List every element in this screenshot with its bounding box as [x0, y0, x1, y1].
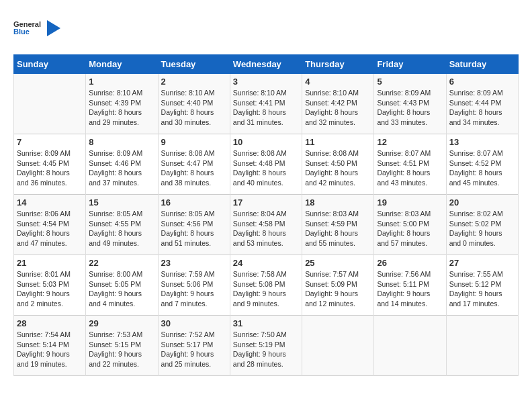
- header-day-monday: Monday: [86, 55, 158, 74]
- day-number: 18: [305, 197, 371, 208]
- cell-info: Sunrise: 7:54 AMSunset: 5:14 PMDaylight:…: [17, 330, 83, 369]
- cell-info: Sunrise: 7:52 AMSunset: 5:17 PMDaylight:…: [161, 330, 227, 369]
- page-header: General Blue: [13, 13, 519, 44]
- day-number: 22: [89, 258, 154, 268]
- calendar-cell: 17Sunrise: 8:04 AMSunset: 4:58 PMDayligh…: [230, 195, 302, 255]
- header-day-tuesday: Tuesday: [158, 55, 230, 74]
- cell-info: Sunrise: 8:05 AMSunset: 4:55 PMDaylight:…: [89, 209, 154, 248]
- day-number: 3: [233, 77, 299, 87]
- header-day-sunday: Sunday: [14, 55, 86, 74]
- cell-info: Sunrise: 8:07 AMSunset: 4:51 PMDaylight:…: [377, 148, 443, 188]
- calendar-cell: 27Sunrise: 7:55 AMSunset: 5:12 PMDayligh…: [446, 255, 518, 316]
- day-number: 19: [377, 197, 443, 208]
- cell-info: Sunrise: 8:09 AMSunset: 4:44 PMDaylight:…: [449, 88, 515, 128]
- cell-info: Sunrise: 8:09 AMSunset: 4:45 PMDaylight:…: [17, 148, 83, 188]
- calendar-cell: 16Sunrise: 8:05 AMSunset: 4:56 PMDayligh…: [158, 195, 230, 255]
- calendar-cell: 2Sunrise: 8:10 AMSunset: 4:40 PMDaylight…: [158, 74, 230, 134]
- cell-info: Sunrise: 8:03 AMSunset: 5:00 PMDaylight:…: [377, 209, 443, 248]
- day-number: 15: [89, 197, 154, 208]
- calendar-cell: 9Sunrise: 8:08 AMSunset: 4:47 PMDaylight…: [158, 134, 230, 195]
- day-number: 26: [377, 258, 443, 268]
- day-number: 13: [449, 137, 515, 147]
- cell-info: Sunrise: 7:50 AMSunset: 5:19 PMDaylight:…: [233, 330, 299, 369]
- day-number: 11: [305, 137, 371, 147]
- cell-info: Sunrise: 8:10 AMSunset: 4:39 PMDaylight:…: [89, 88, 154, 128]
- header-day-thursday: Thursday: [302, 55, 374, 74]
- calendar-cell: [374, 316, 446, 376]
- cell-info: Sunrise: 8:08 AMSunset: 4:48 PMDaylight:…: [233, 148, 299, 188]
- day-number: 12: [377, 137, 443, 147]
- calendar-cell: 4Sunrise: 8:10 AMSunset: 4:42 PMDaylight…: [302, 74, 374, 134]
- cell-info: Sunrise: 8:08 AMSunset: 4:50 PMDaylight:…: [305, 148, 371, 188]
- calendar-cell: [302, 316, 374, 376]
- calendar-cell: 22Sunrise: 8:00 AMSunset: 5:05 PMDayligh…: [86, 255, 158, 316]
- calendar-cell: 5Sunrise: 8:09 AMSunset: 4:43 PMDaylight…: [374, 74, 446, 134]
- calendar-cell: 13Sunrise: 8:07 AMSunset: 4:52 PMDayligh…: [446, 134, 518, 195]
- cell-info: Sunrise: 8:09 AMSunset: 4:46 PMDaylight:…: [89, 148, 154, 188]
- calendar-cell: 26Sunrise: 7:56 AMSunset: 5:11 PMDayligh…: [374, 255, 446, 316]
- calendar-cell: 11Sunrise: 8:08 AMSunset: 4:50 PMDayligh…: [302, 134, 374, 195]
- calendar-cell: [14, 74, 86, 134]
- day-number: 30: [161, 318, 227, 328]
- day-number: 29: [89, 318, 154, 328]
- cell-info: Sunrise: 8:09 AMSunset: 4:43 PMDaylight:…: [377, 88, 443, 128]
- svg-text:Blue: Blue: [13, 28, 30, 36]
- calendar-cell: 20Sunrise: 8:02 AMSunset: 5:02 PMDayligh…: [446, 195, 518, 255]
- calendar-cell: 18Sunrise: 8:03 AMSunset: 4:59 PMDayligh…: [302, 195, 374, 255]
- day-number: 20: [449, 197, 515, 208]
- calendar-cell: 28Sunrise: 7:54 AMSunset: 5:14 PMDayligh…: [14, 316, 86, 376]
- day-number: 2: [161, 77, 227, 87]
- svg-text:General: General: [13, 20, 41, 28]
- calendar-cell: [446, 316, 518, 376]
- calendar-cell: 21Sunrise: 8:01 AMSunset: 5:03 PMDayligh…: [14, 255, 86, 316]
- day-number: 31: [233, 318, 299, 328]
- header-day-wednesday: Wednesday: [230, 55, 302, 74]
- day-number: 6: [449, 77, 515, 87]
- calendar-week-row: 21Sunrise: 8:01 AMSunset: 5:03 PMDayligh…: [14, 255, 519, 316]
- day-number: 16: [161, 197, 227, 208]
- logo-svg: General Blue: [13, 13, 47, 44]
- cell-info: Sunrise: 8:07 AMSunset: 4:52 PMDaylight:…: [449, 148, 515, 188]
- day-number: 28: [17, 318, 83, 328]
- cell-info: Sunrise: 8:10 AMSunset: 4:40 PMDaylight:…: [161, 88, 227, 128]
- day-number: 17: [233, 197, 299, 208]
- cell-info: Sunrise: 8:10 AMSunset: 4:41 PMDaylight:…: [233, 88, 299, 128]
- calendar-week-row: 7Sunrise: 8:09 AMSunset: 4:45 PMDaylight…: [14, 134, 519, 195]
- calendar-cell: 12Sunrise: 8:07 AMSunset: 4:51 PMDayligh…: [374, 134, 446, 195]
- calendar-week-row: 1Sunrise: 8:10 AMSunset: 4:39 PMDaylight…: [14, 74, 519, 134]
- cell-info: Sunrise: 8:04 AMSunset: 4:58 PMDaylight:…: [233, 209, 299, 248]
- day-number: 10: [233, 137, 299, 147]
- day-number: 14: [17, 197, 83, 208]
- day-number: 4: [305, 77, 371, 87]
- logo: General Blue: [13, 13, 60, 44]
- cell-info: Sunrise: 8:10 AMSunset: 4:42 PMDaylight:…: [305, 88, 371, 128]
- calendar-cell: 8Sunrise: 8:09 AMSunset: 4:46 PMDaylight…: [86, 134, 158, 195]
- cell-info: Sunrise: 8:02 AMSunset: 5:02 PMDaylight:…: [449, 209, 515, 248]
- calendar-week-row: 28Sunrise: 7:54 AMSunset: 5:14 PMDayligh…: [14, 316, 519, 376]
- calendar-cell: 31Sunrise: 7:50 AMSunset: 5:19 PMDayligh…: [230, 316, 302, 376]
- cell-info: Sunrise: 7:55 AMSunset: 5:12 PMDaylight:…: [449, 269, 515, 309]
- cell-info: Sunrise: 8:05 AMSunset: 4:56 PMDaylight:…: [161, 209, 227, 248]
- cell-info: Sunrise: 7:57 AMSunset: 5:09 PMDaylight:…: [305, 269, 371, 309]
- calendar-cell: 24Sunrise: 7:58 AMSunset: 5:08 PMDayligh…: [230, 255, 302, 316]
- calendar-cell: 6Sunrise: 8:09 AMSunset: 4:44 PMDaylight…: [446, 74, 518, 134]
- calendar-cell: 30Sunrise: 7:52 AMSunset: 5:17 PMDayligh…: [158, 316, 230, 376]
- day-number: 21: [17, 258, 83, 268]
- calendar-week-row: 14Sunrise: 8:06 AMSunset: 4:54 PMDayligh…: [14, 195, 519, 255]
- calendar-cell: 25Sunrise: 7:57 AMSunset: 5:09 PMDayligh…: [302, 255, 374, 316]
- day-number: 27: [449, 258, 515, 268]
- cell-info: Sunrise: 7:58 AMSunset: 5:08 PMDaylight:…: [233, 269, 299, 309]
- cell-info: Sunrise: 7:59 AMSunset: 5:06 PMDaylight:…: [161, 269, 227, 309]
- day-number: 7: [17, 137, 83, 147]
- day-number: 5: [377, 77, 443, 87]
- calendar-cell: 10Sunrise: 8:08 AMSunset: 4:48 PMDayligh…: [230, 134, 302, 195]
- day-number: 1: [89, 77, 154, 87]
- calendar-cell: 19Sunrise: 8:03 AMSunset: 5:00 PMDayligh…: [374, 195, 446, 255]
- calendar-cell: 14Sunrise: 8:06 AMSunset: 4:54 PMDayligh…: [14, 195, 86, 255]
- calendar-table: SundayMondayTuesdayWednesdayThursdayFrid…: [13, 54, 519, 376]
- cell-info: Sunrise: 8:08 AMSunset: 4:47 PMDaylight:…: [161, 148, 227, 188]
- cell-info: Sunrise: 8:06 AMSunset: 4:54 PMDaylight:…: [17, 209, 83, 248]
- cell-info: Sunrise: 7:53 AMSunset: 5:15 PMDaylight:…: [89, 330, 154, 369]
- cell-info: Sunrise: 8:03 AMSunset: 4:59 PMDaylight:…: [305, 209, 371, 248]
- calendar-cell: 15Sunrise: 8:05 AMSunset: 4:55 PMDayligh…: [86, 195, 158, 255]
